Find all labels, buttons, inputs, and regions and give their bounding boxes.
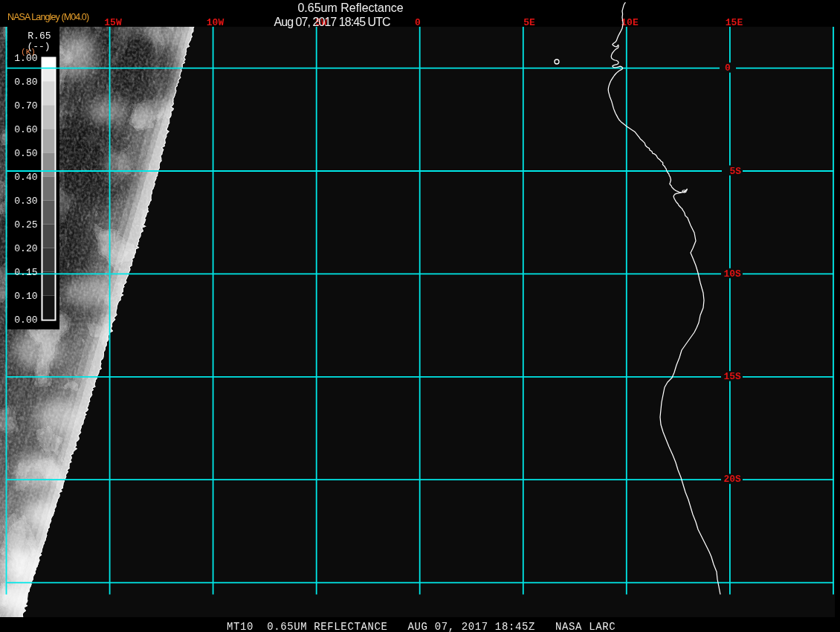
svg-text:15S: 15S [724, 371, 742, 382]
svg-text:10E: 10E [621, 17, 639, 28]
svg-text:0.40: 0.40 [14, 172, 37, 183]
svg-text:10S: 10S [724, 268, 742, 280]
svg-text:0.25: 0.25 [14, 219, 37, 230]
svg-text:0.65um Reflectance: 0.65um Reflectance [297, 1, 403, 14]
svg-text:0: 0 [415, 17, 421, 28]
svg-text:NASA Langley (M04.0): NASA Langley (M04.0) [7, 12, 89, 22]
svg-text:MT10 0.65UM REFLECTANCE AUG: MT10 0.65UM REFLECTANCE AUG 07, 2017 18:… [227, 621, 616, 632]
svg-text:0.00: 0.00 [14, 315, 37, 326]
svg-text:10W: 10W [207, 17, 224, 28]
svg-text:20S: 20S [724, 474, 742, 485]
svg-text:5S: 5S [730, 166, 742, 177]
svg-text:0.70: 0.70 [14, 100, 37, 112]
svg-text:0.20: 0.20 [14, 243, 37, 254]
svg-text:0.80: 0.80 [14, 77, 37, 88]
svg-text:R.65: R.65 [28, 30, 51, 42]
svg-text:15E: 15E [726, 17, 743, 28]
svg-text:0.30: 0.30 [14, 196, 37, 207]
svg-text:Aug 07, 2017 18:45 UTC: Aug 07, 2017 18:45 UTC [274, 16, 391, 28]
svg-text:0.15: 0.15 [14, 267, 37, 278]
svg-text:0.10: 0.10 [14, 291, 37, 302]
svg-text:0: 0 [725, 62, 731, 74]
svg-text:1.00: 1.00 [14, 53, 37, 64]
svg-text:0.50: 0.50 [14, 148, 37, 159]
svg-text:15W: 15W [104, 17, 122, 28]
svg-text:5E: 5E [523, 17, 535, 28]
svg-text:0.60: 0.60 [14, 124, 37, 135]
